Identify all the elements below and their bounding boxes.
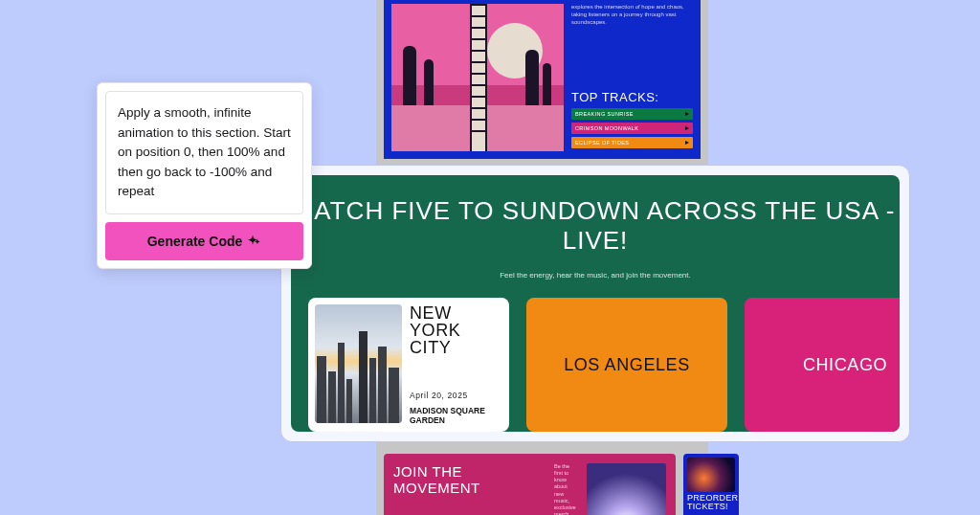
join-image [587,463,666,515]
album-info: explores the intersection of hope and ch… [571,4,693,151]
tour-title: CATCH FIVE TO SUNDOWN ACROSS THE USA - L… [291,196,900,256]
preorder-title: PREORDER TICKETS! [687,494,735,511]
track-name: CRIMSON MOONWALK [575,125,638,131]
tour-cards: NEW YORK CITY April 20, 2025 MADISON SQU… [291,280,900,432]
tour-card-new-york[interactable]: NEW YORK CITY April 20, 2025 MADISON SQU… [308,298,509,432]
city-name: LOS ANGELES [564,355,690,375]
join-movement-panel: JOIN THE MOVEMENT Be the first to know a… [384,454,676,515]
track-row[interactable]: CRIMSON MOONWALK [571,123,693,134]
play-icon [685,112,689,116]
generate-code-label: Generate Code [147,234,243,249]
tour-subtitle: Feel the energy, hear the music, and joi… [500,271,691,280]
generate-code-button[interactable]: Generate Code [105,222,303,260]
play-icon [685,126,689,130]
tour-card-chicago[interactable]: CHICAGO [745,298,900,432]
play-icon [685,141,689,145]
album-description: explores the intersection of hope and ch… [571,4,693,90]
top-tracks-heading: TOP TRACKS: [571,90,693,104]
tour-date: April 20, 2025 [410,391,502,400]
join-title: JOIN THE MOVEMENT [393,463,545,496]
track-name: BREAKING SUNRISE [575,111,634,117]
track-row[interactable]: ECLIPSE OF TIDES [571,137,693,148]
city-name: CHICAGO [803,355,887,375]
city-name: NEW YORK CITY [410,304,502,356]
tour-card-los-angeles[interactable]: LOS ANGELES [526,298,727,432]
tour-venue: MADISON SQUARE GARDEN [410,406,502,425]
tour-section: CATCH FIVE TO SUNDOWN ACROSS THE USA - L… [291,175,900,432]
join-description: Be the first to know about new music, ex… [554,463,577,511]
track-name: ECLIPSE OF TIDES [575,140,629,146]
preorder-panel: PREORDER TICKETS! [683,454,739,515]
prompt-input[interactable]: Apply a smooth, infinite animation to th… [105,91,303,214]
album-art [391,4,564,151]
ai-prompt-popover: Apply a smooth, infinite animation to th… [97,82,312,269]
sparkle-icon [248,235,261,248]
album-panel: explores the intersection of hope and ch… [384,0,701,159]
section-selection-frame[interactable]: CATCH FIVE TO SUNDOWN ACROSS THE USA - L… [280,165,910,442]
city-image [315,304,402,423]
preorder-image [687,458,735,492]
track-row[interactable]: BREAKING SUNRISE [571,108,693,120]
